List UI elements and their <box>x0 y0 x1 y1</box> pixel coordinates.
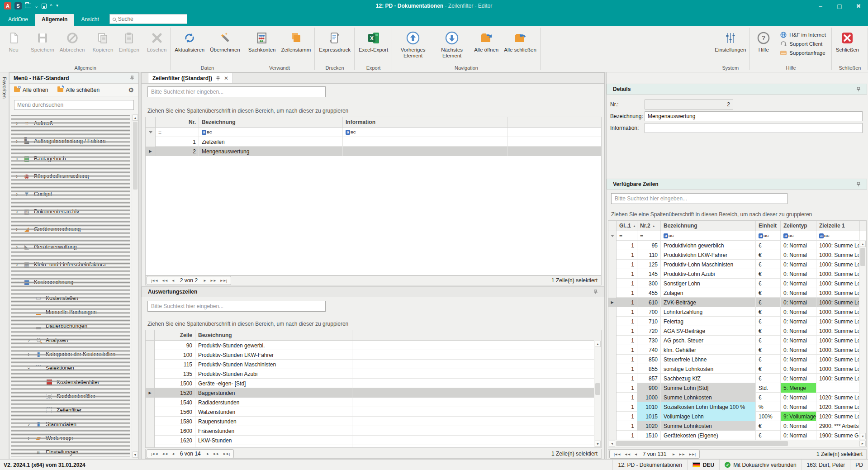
table-row[interactable]: 1857Sachbezug KfZ€0: Normal1000: Summe L… <box>608 374 866 383</box>
table-row[interactable]: 11020Summe Lohnkosten€0: Normal2900: ***… <box>608 421 866 431</box>
next-block-icon[interactable]: ►► <box>213 452 219 456</box>
tab-favoriten[interactable]: Favoriten <box>2 72 7 99</box>
prev-page-icon[interactable]: ◄ <box>171 452 175 456</box>
next-page-icon[interactable]: ► <box>672 452 675 456</box>
pager-nav[interactable]: |◄◄ ◄◄ ◄ 7 von 131 ► ►► ►►| <box>609 450 700 459</box>
qat-customize-icon[interactable]: ▼ <box>55 4 59 8</box>
hilfe-button[interactable]: ? Hilfe <box>751 28 776 55</box>
table-row[interactable]: 1855sonstige Lohnkosten€0: Normal1000: S… <box>608 364 866 374</box>
first-page-icon[interactable]: |◄◄ <box>151 279 158 283</box>
table-row[interactable]: 1Zielzeilen <box>146 137 601 147</box>
pin-icon[interactable] <box>216 76 220 81</box>
prev-block-icon[interactable]: ◄◄ <box>161 452 168 456</box>
language-indicator[interactable]: DEU <box>687 460 719 470</box>
table-row[interactable]: ▶1610ZVK-Beiträge€0: Normal1000: Summe L… <box>608 298 866 307</box>
table-row[interactable]: 1620LKW-Stunden <box>146 436 601 445</box>
table-row[interactable]: 1740kfm. Gehälter€0: Normal1000: Summe L… <box>608 345 866 355</box>
zeilenstamm-button[interactable]: Zeilenstamm <box>278 28 313 55</box>
ribbon-search[interactable] <box>109 14 187 24</box>
scroll-down-icon[interactable]: ▼ <box>860 433 866 439</box>
filter-cell-einheit[interactable]: aBC <box>756 231 781 241</box>
table-row[interactable]: 1850Steuerfreie Löhne€0: Normal1000: Sum… <box>608 355 866 364</box>
tab-ansicht[interactable]: Ansicht <box>74 14 105 26</box>
table-row[interactable]: 100Produktiv-Stunden LKW-Fahrer <box>146 350 601 360</box>
filter-cell-zeilentyp[interactable]: aBC <box>781 231 816 241</box>
table-row[interactable]: 1300Sonstiger Lohn€0: Normal1000: Summe … <box>608 279 866 288</box>
document-tab-zeilenfilter[interactable]: Zeilenfilter ([Standard]) ✕ <box>148 73 233 83</box>
last-page-icon[interactable]: ►►| <box>220 279 227 283</box>
neu-button[interactable]: Neu <box>1 28 26 55</box>
column-header-gl[interactable]: Gl..1▲ <box>617 221 637 231</box>
schliessen-button[interactable]: Schließen <box>833 28 862 55</box>
filter-grid-search-input[interactable] <box>148 87 325 97</box>
filter-cell-bezeichnung[interactable]: aBC <box>199 128 343 137</box>
table-row[interactable]: 1110Produktivlohn LKW-Fahrer€0: Normal10… <box>608 250 866 260</box>
gear-icon[interactable]: ⚙ <box>128 86 134 94</box>
filter-cell-gl[interactable]: = <box>617 231 637 241</box>
table-row[interactable]: 11010Sozialkosten Lohn Umlage 100 %%0: N… <box>608 402 866 412</box>
table-row[interactable]: 135Produktiv-Stunden Azubi <box>146 369 601 379</box>
scroll-up-icon[interactable]: ▲ <box>595 341 601 347</box>
available-search[interactable] <box>611 193 787 204</box>
prev-page-icon[interactable]: ◄ <box>634 452 637 456</box>
scrollbar-thumb[interactable] <box>860 248 865 266</box>
close-window-button[interactable]: ✖ <box>849 0 868 12</box>
available-horizontal-scrollbar[interactable]: ◄ ► <box>608 440 866 447</box>
table-row[interactable]: 1700Lohnfortzahlung€0: Normal1000: Summe… <box>608 307 866 317</box>
table-row[interactable]: 1600Fräsenstunden <box>146 426 601 436</box>
naechstes-element-button[interactable]: Nächstes Element <box>432 28 471 61</box>
scroll-left-icon[interactable]: ◄ <box>609 441 615 446</box>
excel-export-button[interactable]: X Excel-Export <box>356 28 391 55</box>
filter-funnel-icon[interactable] <box>146 128 156 137</box>
table-row[interactable]: 1900Summe Lohn [Std]Std.5: Menge <box>608 383 866 393</box>
filter-cell-nr2[interactable]: = <box>637 231 661 241</box>
pin-icon[interactable] <box>856 182 861 187</box>
column-header-bezeichnung[interactable]: Bezeichnung <box>199 117 343 127</box>
table-row[interactable]: 1560Walzenstunden <box>146 407 601 417</box>
uebernehmen-button[interactable]: Übernehmen <box>207 28 242 55</box>
close-tab-icon[interactable]: ✕ <box>224 75 228 81</box>
table-row[interactable]: 1145Produktiv-Lohn Azubi€0: Normal1000: … <box>608 269 866 279</box>
archive-status-indicator[interactable]: ✔ Mit Dokuarchiv verbunden <box>719 460 801 470</box>
alle-schliessen-button[interactable]: Alle schließen <box>501 28 539 55</box>
nr-field[interactable] <box>645 100 733 109</box>
tab-addone[interactable]: AddOne <box>1 14 35 26</box>
scrollbar-thumb[interactable] <box>616 441 788 446</box>
column-header-nr[interactable]: Nr. <box>156 117 199 127</box>
table-row[interactable]: 1125Produktiv-Lohn Maschinisten€0: Norma… <box>608 260 866 269</box>
filter-cell-nr[interactable]: = <box>156 128 199 137</box>
prev-block-icon[interactable]: ◄◄ <box>624 452 631 456</box>
user-indicator[interactable]: 163: Durt, Peter <box>802 460 850 470</box>
table-row[interactable]: ▶2Mengenauswertung <box>146 147 601 156</box>
auswertung-search-input[interactable] <box>148 301 325 311</box>
internet-link[interactable]: H&F im Internet <box>780 32 826 38</box>
scrollbar-thumb[interactable] <box>133 122 138 190</box>
chevron-down-icon[interactable]: ⌄ <box>34 4 38 9</box>
first-page-icon[interactable]: |◄◄ <box>614 452 621 456</box>
table-row[interactable]: 1500Geräte -eigen- [Std] <box>146 379 601 388</box>
loeschen-button[interactable]: Löschen <box>144 28 169 55</box>
table-row[interactable]: 90Produktiv-Stunden gewerbl. <box>146 341 601 350</box>
alle-oeffnen-button[interactable]: Alle öffnen <box>471 28 501 55</box>
table-row[interactable]: 1730AG psch. Steuer€0: Normal1000: Summe… <box>608 336 866 345</box>
table-row[interactable]: 11015Vollumlage Lohn100%9: Vollumlage102… <box>608 412 866 421</box>
table-row[interactable]: 1455Zulagen€0: Normal1000: Summe Lohn <box>608 288 866 298</box>
available-search-input[interactable] <box>612 194 787 204</box>
save-icon[interactable] <box>42 4 47 9</box>
filter-cell-zielzeile[interactable]: aBC <box>816 231 860 241</box>
prev-page-icon[interactable]: ◄ <box>171 279 175 283</box>
supportanfrage-link[interactable]: Supportanfrage <box>780 50 826 56</box>
filter-cell-bezeichnung[interactable]: aBC <box>661 231 756 241</box>
filter-grid-search[interactable] <box>147 86 326 97</box>
next-block-icon[interactable]: ►► <box>210 279 216 283</box>
einfuegen-button[interactable]: Einfügen <box>116 28 142 55</box>
first-page-icon[interactable]: |◄◄ <box>151 452 158 456</box>
column-header-zeilentyp[interactable]: Zeilentyp <box>781 221 816 231</box>
column-header-bezeichnung[interactable]: Bezeichnung <box>661 221 756 231</box>
column-header-zeile[interactable]: Zeile <box>155 330 195 340</box>
information-field[interactable] <box>645 123 863 133</box>
auswertung-vertical-scrollbar[interactable]: ▲ ▼ <box>594 340 601 447</box>
table-row[interactable]: ▶1520Baggerstunden <box>146 388 601 398</box>
speichern-button[interactable]: Speichern <box>28 28 57 55</box>
database-indicator[interactable]: 12: PD - Dokumentationen <box>612 460 687 470</box>
